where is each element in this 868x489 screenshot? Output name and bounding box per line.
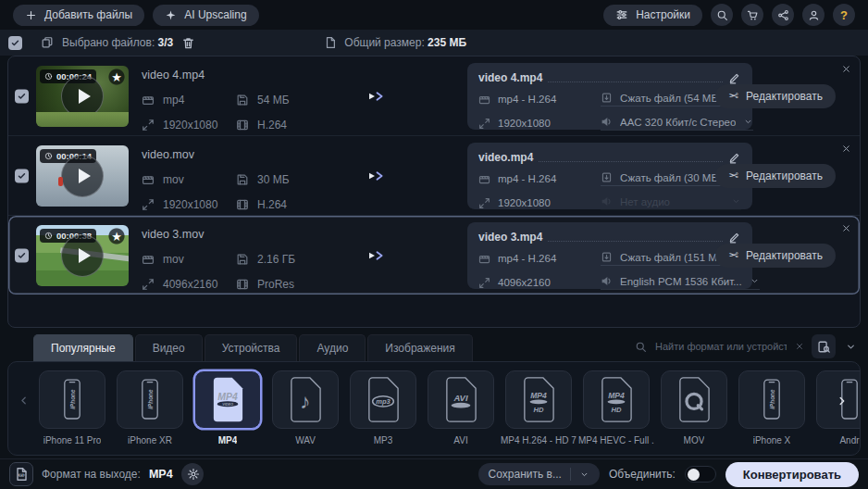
- tab-popular[interactable]: Популярные: [33, 334, 133, 361]
- video-thumbnail[interactable]: 00:00:24 ★: [36, 66, 129, 127]
- plus-icon: [25, 9, 37, 21]
- file-format: mov: [163, 253, 184, 266]
- favorite-star-icon[interactable]: ★: [106, 226, 127, 246]
- svg-text:MP4: MP4: [608, 391, 625, 400]
- account-button[interactable]: [802, 4, 825, 26]
- edit-button[interactable]: ✂Редактировать: [715, 244, 836, 268]
- tab-images[interactable]: Изображения: [367, 334, 472, 361]
- scroll-right-icon[interactable]: [835, 394, 849, 408]
- mp4-hd-file-icon: MP4VIDEOHD: [597, 375, 636, 424]
- tile-mov[interactable]: MOV: [655, 370, 733, 445]
- rename-underline: [548, 82, 723, 82]
- tile-wav[interactable]: ♪ WAV: [267, 370, 344, 445]
- ai-upscaling-button[interactable]: AI Upscaling: [153, 5, 258, 26]
- play-button[interactable]: [61, 234, 104, 277]
- remove-file-icon[interactable]: [841, 64, 851, 74]
- tab-audio[interactable]: Аудио: [299, 334, 366, 361]
- resolution-icon: [478, 277, 490, 289]
- chevron-down-icon: [731, 196, 741, 207]
- codec-icon: [236, 119, 249, 132]
- output-format: mp4 - H.264: [498, 253, 556, 264]
- save-to-button[interactable]: Сохранить в...: [478, 463, 600, 485]
- select-all-checkbox[interactable]: [8, 36, 22, 50]
- chevron-down-icon: [743, 117, 753, 127]
- search-button[interactable]: [711, 4, 733, 26]
- edit-button[interactable]: ✂Редактировать: [715, 84, 836, 108]
- format-settings-button[interactable]: [181, 463, 204, 485]
- format-icon: [142, 253, 155, 266]
- file-info: video.mov mov 30 МБ 1920x1080 H.264: [142, 148, 364, 211]
- file-checkbox[interactable]: [15, 89, 29, 103]
- video-thumbnail[interactable]: 00:00:14: [36, 145, 129, 207]
- video-converter-app: Добавить файлы AI Upscaling Настройки ? …: [0, 0, 868, 489]
- tab-video[interactable]: Видео: [135, 334, 203, 361]
- file-name: video.mov: [142, 148, 364, 161]
- settings-button[interactable]: Настройки: [603, 5, 702, 26]
- file-checkbox[interactable]: [15, 248, 29, 262]
- user-icon: [808, 9, 820, 21]
- convert-arrow-icon: [367, 89, 388, 104]
- clear-search-icon[interactable]: [795, 342, 804, 351]
- codec-icon: [236, 198, 249, 211]
- share-button[interactable]: [772, 4, 794, 26]
- files-stack-icon: [41, 36, 54, 49]
- play-button[interactable]: [61, 75, 104, 118]
- audio-dropdown[interactable]: AAC 320 Кбит/с Стерео: [601, 116, 753, 131]
- svg-text:AVI: AVI: [453, 393, 467, 403]
- rename-icon[interactable]: [728, 231, 741, 244]
- play-button[interactable]: [61, 155, 104, 197]
- speaker-icon: [601, 275, 613, 287]
- output-format-label: Формат на выходе:: [42, 468, 141, 481]
- file-resolution: 1920x1080: [163, 198, 217, 211]
- avi-file-icon: AVIVIDEO: [441, 375, 480, 424]
- edit-button[interactable]: ✂Редактировать: [715, 164, 836, 188]
- check-icon: [17, 170, 27, 181]
- add-files-label: Добавить файлы: [44, 8, 132, 21]
- cart-button[interactable]: [741, 4, 763, 26]
- tile-iphone-x[interactable]: iPhone iPhone X: [733, 370, 811, 445]
- tile-mp4-h264-hd[interactable]: MP4VIDEOHD MP4 H.264 - HD 7...: [500, 370, 577, 445]
- output-resolution: 4096x2160: [498, 277, 551, 288]
- file-codec: ProRes: [257, 278, 294, 291]
- svg-text:mp3: mp3: [376, 397, 391, 406]
- convert-button[interactable]: Конвертировать: [725, 462, 859, 487]
- file-row-2[interactable]: 00:00:14 video.mov mov 30 МБ 1920x1080 H…: [8, 136, 860, 216]
- remove-file-icon[interactable]: [841, 223, 851, 233]
- format-tiles-panel: iPhone iPhone 11 Pro iPhone iPhone XR MP…: [7, 361, 861, 456]
- help-button[interactable]: ?: [833, 4, 855, 26]
- file-size: 2.16 ГБ: [257, 253, 295, 266]
- detect-device-button[interactable]: [812, 334, 836, 358]
- delete-files-button[interactable]: [181, 36, 195, 50]
- collapse-formats-icon[interactable]: [845, 341, 857, 353]
- tile-iphone-11-pro[interactable]: iPhone iPhone 11 Pro: [33, 370, 111, 445]
- tile-avi[interactable]: AVIVIDEO AVI: [422, 370, 500, 445]
- cart-icon: [747, 9, 759, 21]
- merge-toggle[interactable]: [685, 466, 716, 483]
- rename-icon[interactable]: [728, 151, 741, 164]
- file-info: video 3.mov mov 2.16 ГБ 4096x2160 ProRes: [142, 228, 364, 291]
- audio-dropdown[interactable]: English PCM 1536 Кбит...: [601, 275, 760, 290]
- tile-mp4[interactable]: MP4 VIDEO MP4: [189, 370, 267, 445]
- file-checkbox[interactable]: [15, 169, 29, 182]
- iphone-icon: iPhone: [54, 376, 91, 424]
- output-file-name: video 3.mp4: [478, 231, 542, 244]
- selected-files-count: 3/3: [158, 36, 174, 49]
- file-resolution: 1920x1080: [163, 119, 217, 132]
- format-search-input[interactable]: [653, 340, 788, 353]
- tile-iphone-xr[interactable]: iPhone iPhone XR: [111, 370, 189, 445]
- output-settings-panel: video 4.mp4 mp4 - H.264 Сжать файл (54 М…: [467, 63, 752, 130]
- remove-file-icon[interactable]: [841, 144, 851, 154]
- file-row-3[interactable]: 00:00:38 ★ video 3.mov mov 2.16 ГБ 4096x…: [8, 216, 860, 295]
- favorite-star-icon[interactable]: ★: [106, 67, 127, 87]
- file-row-1[interactable]: 00:00:24 ★ video 4.mp4 mp4 54 МБ 1920x10…: [8, 56, 860, 136]
- output-format-icon[interactable]: MP4: [9, 462, 33, 486]
- tab-devices[interactable]: Устройства: [205, 334, 298, 361]
- chevron-down-icon: [750, 276, 760, 286]
- add-files-button[interactable]: Добавить файлы: [13, 5, 144, 26]
- scroll-left-icon[interactable]: [17, 394, 31, 408]
- output-settings-panel: video.mp4 mp4 - H.264 Сжать файл (30 МБ)…: [467, 143, 752, 209]
- rename-icon[interactable]: [728, 71, 741, 84]
- tile-mp3[interactable]: mp3 MP3: [344, 370, 422, 445]
- video-thumbnail[interactable]: 00:00:38 ★: [36, 225, 129, 286]
- tile-mp4-hevc-full[interactable]: MP4VIDEOHD MP4 HEVC - Full ...: [577, 370, 655, 445]
